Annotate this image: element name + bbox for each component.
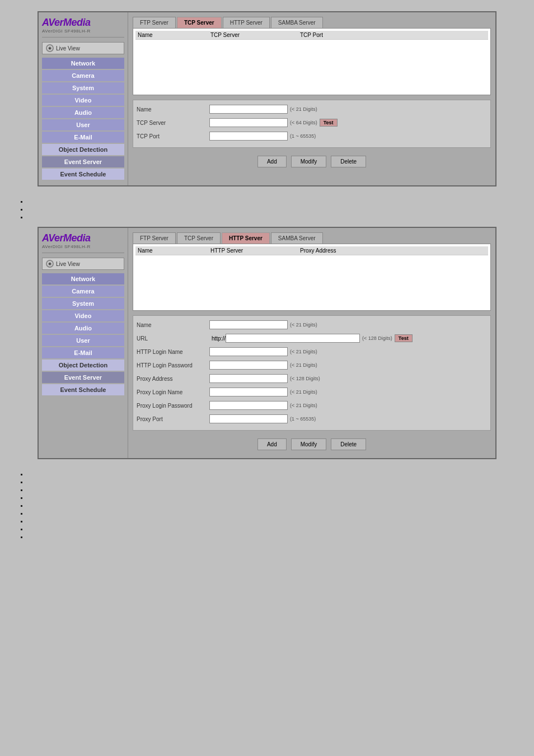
tab-tcp-server-1[interactable]: TCP Server [177, 17, 222, 28]
col-header-tcp-server: TCP Server [210, 32, 300, 38]
col-header-name-2: Name [138, 248, 210, 254]
hint-proxy-login-name: (< 21 Digits) [290, 389, 317, 395]
avermedia-logo-1: AVerMedia [42, 17, 124, 29]
tab-http-server-2[interactable]: HTTP Server [222, 232, 270, 244]
col-header-http-server: HTTP Server [210, 248, 300, 254]
bullet-item [28, 213, 523, 220]
sidebar-item-objdetect-1[interactable]: Object Detection [42, 144, 124, 155]
input-proxy-port[interactable] [209, 414, 288, 423]
live-view-button-1[interactable]: ◉ Live View [42, 42, 124, 54]
logo-sub-2: AVerDIGI SF498LH-R [42, 244, 124, 249]
label-proxy-port: Proxy Port [137, 416, 209, 422]
tcp-button-row: Add Modify Delete [133, 152, 491, 171]
tcp-server-panel: AVerMedia AVerDIGI SF498LH-R ◉ Live View… [38, 11, 496, 186]
hint-url: (< 128 Digits) [362, 335, 392, 341]
live-view-icon-2: ◉ [46, 260, 54, 268]
sidebar-item-eventschedule-1[interactable]: Event Schedule [42, 169, 124, 180]
input-name-1[interactable] [209, 105, 288, 114]
label-http-login-name: HTTP Login Name [137, 349, 209, 355]
form-row-name-1: Name (< 21 Digits) [137, 104, 487, 115]
label-url: URL [137, 335, 209, 342]
sidebar-item-system-2[interactable]: System [42, 298, 124, 309]
hint-name-2: (< 21 Digits) [290, 322, 317, 328]
main-content-2: FTP Server TCP Server HTTP Server SAMBA … [128, 228, 495, 458]
sidebar-item-video-2[interactable]: Video [42, 310, 124, 321]
add-button-2[interactable]: Add [257, 438, 287, 450]
sidebar-item-network-1[interactable]: Network [42, 58, 124, 69]
sidebar-item-email-1[interactable]: E-Mail [42, 132, 124, 143]
hint-http-login-name: (< 21 Digits) [290, 349, 317, 354]
hint-tcpport: (1 ~ 65535) [290, 133, 316, 139]
logo-area-2: AVerMedia AVerDIGI SF498LH-R [42, 232, 124, 253]
modify-button-1[interactable]: Modify [291, 156, 326, 167]
input-http-login-password[interactable] [209, 361, 288, 370]
input-tcpport[interactable] [209, 132, 288, 141]
http-server-panel: AVerMedia AVerDIGI SF498LH-R ◉ Live View… [38, 227, 496, 459]
sidebar-item-audio-1[interactable]: Audio [42, 107, 124, 118]
tcp-table-header: Name TCP Server TCP Port [135, 31, 488, 40]
col-header-tcp-port: TCP Port [300, 32, 367, 38]
input-proxy-login-password[interactable] [209, 401, 288, 410]
hint-proxy-login-password: (< 21 Digits) [290, 403, 317, 408]
bullet-item [28, 206, 523, 212]
tab-http-server-1[interactable]: HTTP Server [223, 17, 270, 28]
sidebar-item-video-1[interactable]: Video [42, 95, 124, 106]
delete-button-2[interactable]: Delete [331, 438, 366, 450]
sidebar-item-eventschedule-2[interactable]: Event Schedule [42, 384, 124, 395]
test-button-http[interactable]: Test [395, 334, 413, 342]
tab-bar-2: FTP Server TCP Server HTTP Server SAMBA … [133, 232, 491, 244]
form-row-proxy-port: Proxy Port (1 ~ 65535) [137, 413, 487, 424]
sidebar-item-objdetect-2[interactable]: Object Detection [42, 360, 124, 371]
input-proxy-address[interactable] [209, 374, 288, 383]
hint-proxy-address: (< 128 Digits) [290, 376, 320, 381]
sidebar-item-network-2[interactable]: Network [42, 273, 124, 284]
tab-samba-server-1[interactable]: SAMBA Server [271, 17, 323, 28]
label-proxy-login-name: Proxy Login Name [137, 389, 209, 395]
hint-proxy-port: (1 ~ 65535) [290, 416, 316, 422]
delete-button-1[interactable]: Delete [331, 156, 366, 167]
http-table-header: Name HTTP Server Proxy Address [135, 246, 488, 255]
label-name-1: Name [137, 106, 209, 113]
label-tcpserver: TCP Server [137, 120, 209, 126]
add-button-1[interactable]: Add [257, 156, 287, 167]
sidebar-item-audio-2[interactable]: Audio [42, 323, 124, 334]
bullet-item-b7 [28, 517, 523, 524]
sidebar-item-user-2[interactable]: User [42, 335, 124, 346]
bullet-item-b6 [28, 510, 523, 516]
col-header-proxy-address: Proxy Address [300, 248, 412, 254]
input-tcpserver[interactable] [209, 118, 288, 127]
form-row-tcpport: TCP Port (1 ~ 65535) [137, 130, 487, 142]
test-button-tcp[interactable]: Test [320, 119, 338, 127]
form-row-http-login-password: HTTP Login Password (< 21 Digits) [137, 360, 487, 371]
input-name-2[interactable] [209, 320, 288, 329]
sidebar-item-camera-1[interactable]: Camera [42, 70, 124, 81]
sidebar-item-eventserver-1[interactable]: Event Server [42, 156, 124, 167]
live-view-icon-1: ◉ [46, 44, 54, 52]
form-row-tcpserver: TCP Server (< 64 Digits) Test [137, 117, 487, 128]
modify-button-2[interactable]: Modify [291, 438, 326, 450]
sidebar-item-system-1[interactable]: System [42, 82, 124, 94]
http-form-section: Name (< 21 Digits) URL http:// (< 128 Di… [133, 315, 491, 431]
live-view-label-2: Live View [56, 261, 80, 267]
tcp-table-container: Name TCP Server TCP Port [133, 28, 491, 95]
sidebar-item-camera-2[interactable]: Camera [42, 286, 124, 297]
live-view-button-2[interactable]: ◉ Live View [42, 258, 124, 270]
label-proxy-address: Proxy Address [137, 376, 209, 382]
input-proxy-login-name[interactable] [209, 388, 288, 396]
sidebar-item-eventserver-2[interactable]: Event Server [42, 372, 124, 383]
tab-tcp-server-2[interactable]: TCP Server [177, 232, 221, 244]
tab-ftp-server-2[interactable]: FTP Server [133, 232, 176, 244]
live-view-label-1: Live View [56, 45, 80, 52]
tab-ftp-server-1[interactable]: FTP Server [133, 17, 176, 28]
sidebar-item-user-1[interactable]: User [42, 119, 124, 130]
main-content-1: FTP Server TCP Server HTTP Server SAMBA … [128, 12, 495, 185]
bullet-item-b5 [28, 502, 523, 508]
tab-samba-server-2[interactable]: SAMBA Server [271, 232, 323, 244]
hint-http-login-password: (< 21 Digits) [290, 362, 317, 368]
tcp-form-section: Name (< 21 Digits) TCP Server (< 64 Digi… [133, 100, 491, 148]
input-http-login-name[interactable] [209, 347, 288, 356]
url-prefix: http:// [212, 335, 226, 342]
form-row-url: URL http:// (< 128 Digits) Test [137, 333, 487, 344]
input-url[interactable] [226, 334, 360, 343]
sidebar-item-email-2[interactable]: E-Mail [42, 347, 124, 358]
